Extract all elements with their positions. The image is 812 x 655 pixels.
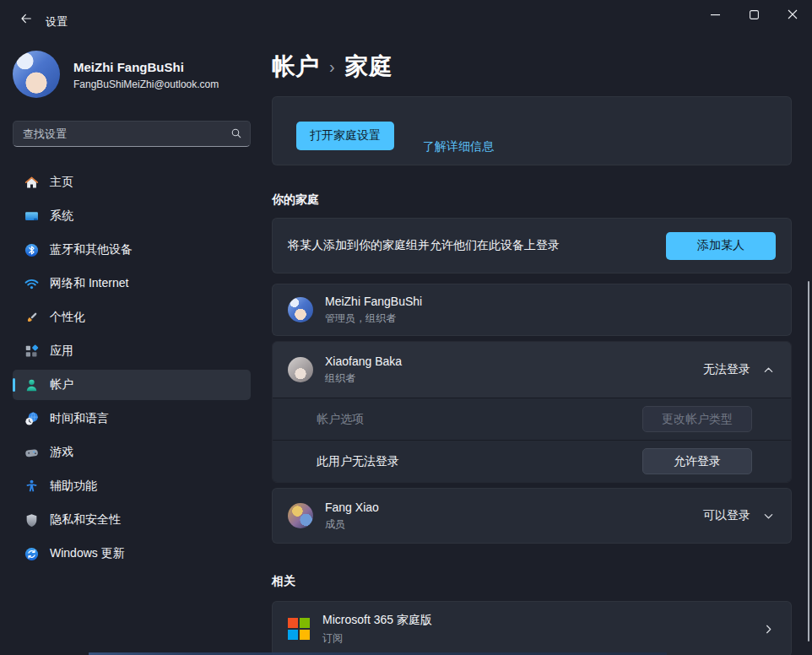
gamepad-icon	[24, 445, 40, 461]
accessibility-icon	[24, 479, 40, 495]
sidebar-item-label: 游戏	[50, 445, 73, 460]
sidebar-item-bluetooth-devices[interactable]: 蓝牙和其他设备	[13, 235, 251, 265]
sidebar-item-gaming[interactable]: 游戏	[13, 437, 251, 468]
sidebar-item-label: Windows 更新	[50, 546, 125, 561]
system-icon	[24, 208, 40, 225]
search-input[interactable]	[13, 121, 251, 147]
add-someone-button[interactable]: 添加某人	[666, 232, 776, 260]
your-family-heading: 你的家庭	[272, 192, 792, 208]
member-avatar	[288, 503, 313, 528]
sidebar-item-personalization[interactable]: 个性化	[13, 302, 251, 333]
sidebar-item-privacy-security[interactable]: 隐私和安全性	[13, 505, 251, 535]
member-role: 组织者	[325, 371, 691, 386]
add-member-description: 将某人添加到你的家庭组并允许他们在此设备上登录	[288, 238, 666, 253]
breadcrumb-accounts[interactable]: 帐户	[272, 51, 319, 83]
sidebar-item-label: 时间和语言	[50, 411, 109, 426]
sidebar-item-windows-update[interactable]: Windows 更新	[13, 539, 251, 569]
person-icon	[24, 377, 40, 393]
breadcrumb-separator: ›	[329, 57, 335, 77]
member-name: MeiZhi FangBuShi	[325, 295, 774, 308]
minimize-icon	[711, 10, 720, 19]
sidebar-item-accounts[interactable]: 帐户	[13, 370, 251, 400]
sidebar-item-label: 应用	[50, 344, 73, 359]
chevron-right-icon	[762, 624, 774, 635]
sidebar-item-label: 个性化	[50, 310, 85, 325]
app-title: 设置	[46, 14, 68, 30]
sidebar-item-label: 隐私和安全性	[50, 512, 121, 528]
shield-icon	[24, 512, 40, 528]
sidebar: MeiZhi FangBuShi FangBuShiMeiZhi@outlook…	[0, 42, 263, 655]
member-name: Xiaofang Baka	[325, 355, 691, 368]
member-expander-xiaofang: Xiaofang Baka 组织者 无法登录 帐户选项 更改帐户类型 此用户无法…	[272, 341, 792, 483]
family-settings-card: 打开家庭设置 了解详细信息	[272, 96, 792, 165]
user-email: FangBuShiMeiZhi@outlook.com	[73, 78, 219, 90]
account-options-row: 帐户选项 更改帐户类型	[273, 398, 791, 440]
wifi-icon	[24, 276, 40, 292]
user-avatar	[13, 51, 60, 98]
member-row-xiaofang[interactable]: Xiaofang Baka 组织者 无法登录	[273, 342, 791, 398]
sidebar-item-time-language[interactable]: 时间和语言	[13, 403, 251, 434]
vertical-scrollbar[interactable]	[808, 281, 809, 641]
sidebar-nav: 主页 系统 蓝牙和其他设备 网络和 Internet 个性化	[13, 167, 251, 569]
home-icon	[24, 175, 40, 191]
change-account-type-button[interactable]: 更改帐户类型	[642, 406, 752, 432]
cannot-sign-in-row: 此用户无法登录 允许登录	[273, 440, 791, 482]
microsoft-logo-icon	[288, 618, 310, 640]
maximize-icon	[750, 10, 759, 19]
sidebar-item-label: 帐户	[50, 377, 73, 392]
sidebar-item-apps[interactable]: 应用	[13, 336, 251, 366]
cannot-sign-in-label: 此用户无法登录	[317, 454, 642, 469]
m365-subtitle: 订阅	[322, 631, 750, 646]
related-heading: 相关	[272, 574, 792, 589]
chevron-down-icon	[762, 511, 774, 522]
microsoft-365-row[interactable]: Microsoft 365 家庭版 订阅	[272, 601, 792, 655]
member-role: 管理员，组织者	[325, 311, 774, 326]
paintbrush-icon	[24, 310, 40, 326]
minimize-button[interactable]	[696, 0, 734, 29]
member-name: Fang Xiao	[325, 501, 691, 514]
learn-more-link[interactable]: 了解详细信息	[423, 139, 494, 154]
back-button[interactable]	[12, 8, 41, 33]
search-icon	[230, 127, 243, 143]
close-icon	[788, 9, 798, 19]
open-family-settings-button[interactable]: 打开家庭设置	[296, 122, 394, 150]
sync-icon	[24, 546, 40, 562]
breadcrumb: 帐户 › 家庭	[272, 51, 792, 83]
family-members-list: MeiZhi FangBuShi 管理员，组织者 Xiaofang Baka 组…	[272, 284, 792, 544]
add-family-member-card: 将某人添加到你的家庭组并允许他们在此设备上登录 添加某人	[272, 218, 792, 273]
chevron-up-icon	[762, 365, 774, 376]
member-row-meizhi: MeiZhi FangBuShi 管理员，组织者	[272, 284, 792, 336]
maximize-button[interactable]	[734, 0, 773, 29]
sidebar-item-label: 辅助功能	[50, 479, 97, 494]
sidebar-item-accessibility[interactable]: 辅助功能	[13, 471, 251, 501]
sidebar-item-label: 系统	[50, 208, 73, 224]
sidebar-item-label: 网络和 Internet	[50, 276, 128, 291]
sidebar-item-label: 蓝牙和其他设备	[50, 242, 133, 257]
sidebar-item-label: 主页	[50, 175, 73, 190]
member-avatar	[288, 297, 313, 322]
member-row-fangxiao[interactable]: Fang Xiao 成员 可以登录	[272, 488, 792, 544]
back-arrow-icon	[19, 12, 33, 29]
page-title: 家庭	[345, 51, 392, 83]
bluetooth-icon	[24, 242, 40, 258]
member-role: 成员	[325, 517, 691, 532]
titlebar: 设置	[0, 0, 812, 42]
signin-status: 可以登录	[703, 508, 750, 523]
user-profile[interactable]: MeiZhi FangBuShi FangBuShiMeiZhi@outlook…	[13, 51, 251, 98]
user-name: MeiZhi FangBuShi	[73, 59, 219, 76]
account-options-label: 帐户选项	[317, 412, 642, 427]
sidebar-item-system[interactable]: 系统	[13, 201, 251, 231]
close-button[interactable]	[773, 0, 812, 29]
m365-title: Microsoft 365 家庭版	[322, 613, 750, 628]
sidebar-item-network-internet[interactable]: 网络和 Internet	[13, 268, 251, 299]
signin-status: 无法登录	[703, 362, 750, 377]
allow-sign-in-button[interactable]: 允许登录	[642, 448, 752, 474]
sidebar-item-home[interactable]: 主页	[13, 167, 251, 198]
time-language-icon	[24, 411, 40, 427]
main-content: 帐户 › 家庭 打开家庭设置 了解详细信息 你的家庭 将某人添加到你的家庭组并允…	[272, 42, 792, 655]
apps-icon	[24, 344, 40, 360]
member-avatar	[288, 357, 313, 382]
